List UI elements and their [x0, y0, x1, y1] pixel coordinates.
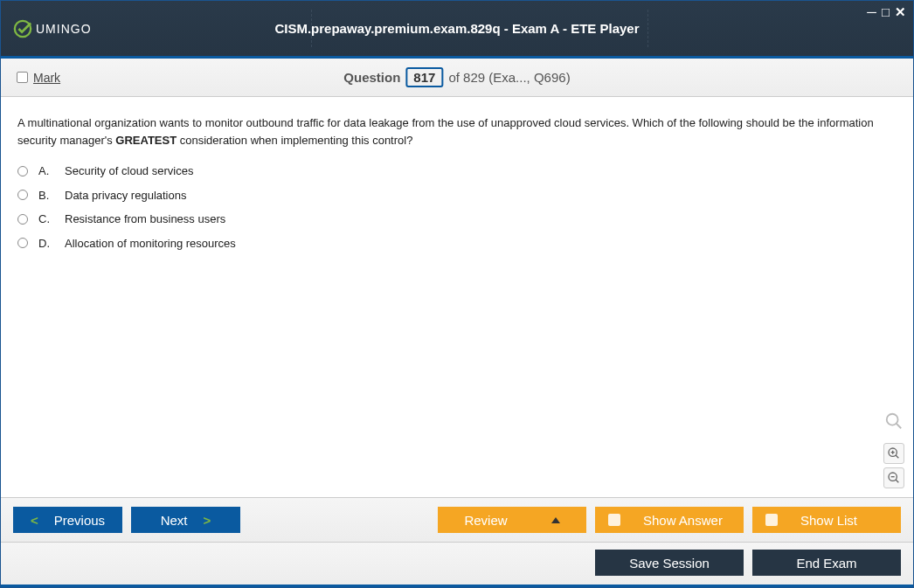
mark-checkbox[interactable]: [17, 72, 28, 83]
maximize-icon[interactable]: □: [882, 4, 890, 20]
mark-checkbox-wrap: Mark: [17, 71, 60, 85]
answer-options: A. Security of cloud services B. Data pr…: [17, 163, 897, 252]
radio-a[interactable]: [17, 166, 28, 176]
zoom-tools: [883, 412, 904, 488]
question-text: A multinational organization wants to mo…: [17, 114, 897, 149]
save-session-button[interactable]: Save Session: [595, 550, 744, 576]
zoom-in-icon: [887, 446, 901, 460]
triangle-up-icon: [551, 517, 560, 523]
navigation-bar: < Previous Next > Review Show Answer Sho…: [1, 497, 913, 542]
minimize-icon[interactable]: ─: [867, 4, 876, 20]
radio-d[interactable]: [17, 238, 28, 248]
option-text: Security of cloud services: [65, 163, 193, 180]
show-list-button[interactable]: Show List: [752, 507, 901, 533]
window-title: CISM.prepaway.premium.exam.829q - Exam A…: [274, 21, 639, 36]
close-icon[interactable]: ✕: [895, 4, 906, 20]
option-letter: D.: [38, 235, 54, 252]
zoom-in-button[interactable]: [883, 443, 904, 464]
app-header: UMINGO CISM.prepaway.premium.exam.829q -…: [1, 1, 913, 59]
logo-text: UMINGO: [36, 22, 92, 36]
option-b[interactable]: B. Data privacy regulations: [17, 187, 897, 204]
review-button[interactable]: Review: [438, 507, 586, 533]
svg-point-0: [15, 20, 31, 36]
zoom-out-button[interactable]: [883, 467, 904, 488]
question-info: Question 817 of 829 (Exa..., Q696): [343, 67, 570, 87]
question-bar: Mark Question 817 of 829 (Exa..., Q696): [1, 59, 913, 97]
previous-button[interactable]: < Previous: [13, 507, 122, 533]
option-c[interactable]: C. Resistance from business users: [17, 211, 897, 228]
mark-label[interactable]: Mark: [33, 71, 60, 85]
question-number[interactable]: 817: [405, 67, 443, 87]
puzzle-icon: [608, 514, 620, 526]
question-total: of 829 (Exa..., Q696): [448, 70, 570, 85]
puzzle-icon: [765, 514, 778, 526]
checkmark-icon: [13, 19, 32, 38]
search-icon[interactable]: [884, 412, 904, 431]
window-controls: ─ □ ✕: [867, 4, 906, 20]
chevron-right-icon: >: [204, 513, 211, 528]
svg-point-1: [887, 414, 898, 425]
option-text: Allocation of monitoring resources: [65, 235, 236, 252]
logo: UMINGO: [13, 19, 92, 38]
show-answer-button[interactable]: Show Answer: [595, 507, 744, 533]
bottom-bar: Save Session End Exam: [1, 542, 913, 587]
svg-line-4: [896, 455, 898, 458]
option-letter: B.: [38, 187, 54, 204]
svg-line-8: [896, 480, 898, 482]
chevron-left-icon: <: [31, 513, 38, 528]
option-a[interactable]: A. Security of cloud services: [17, 163, 897, 180]
option-letter: A.: [38, 163, 54, 180]
question-content: A multinational organization wants to mo…: [1, 97, 913, 497]
radio-c[interactable]: [17, 214, 28, 225]
option-text: Resistance from business users: [65, 211, 225, 228]
next-button[interactable]: Next >: [131, 507, 240, 533]
svg-line-2: [897, 424, 902, 429]
radio-b[interactable]: [17, 190, 28, 200]
zoom-out-icon: [887, 471, 901, 485]
question-word: Question: [343, 70, 400, 85]
option-d[interactable]: D. Allocation of monitoring resources: [17, 235, 897, 252]
end-exam-button[interactable]: End Exam: [752, 550, 901, 576]
option-letter: C.: [38, 211, 54, 228]
option-text: Data privacy regulations: [65, 187, 186, 204]
